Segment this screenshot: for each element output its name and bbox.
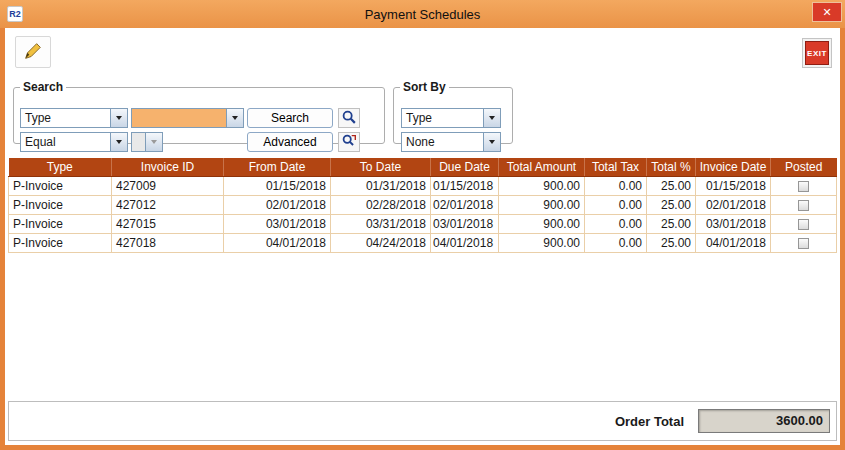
chevron-down-icon[interactable]: [110, 133, 127, 151]
magnifier-icon: [340, 108, 358, 129]
search-group-legend: Search: [20, 80, 66, 94]
cell-invoice-date: 01/15/2018: [696, 176, 771, 195]
cell-invoice-id: 427009: [112, 176, 224, 195]
advanced-lookup-button[interactable]: [338, 132, 360, 152]
search-operator-dropdown[interactable]: Equal: [20, 132, 128, 152]
cell-total-pct: 25.00: [647, 195, 696, 214]
column-header-total-pct[interactable]: Total %: [647, 158, 696, 176]
cell-total-tax: 0.00: [585, 233, 647, 252]
search-field-dropdown[interactable]: Type: [20, 108, 128, 128]
cell-total-amount: 900.00: [499, 176, 585, 195]
cell-type: P-Invoice: [9, 214, 112, 233]
column-header-type[interactable]: Type: [9, 158, 112, 176]
cell-invoice-date: 03/01/2018: [696, 214, 771, 233]
sort-secondary-value: None: [402, 133, 483, 151]
cell-from-date: 01/15/2018: [224, 176, 331, 195]
cell-posted: [771, 176, 837, 195]
table-header-row: Type Invoice ID From Date To Date Due Da…: [9, 158, 837, 176]
cell-from-date: 03/01/2018: [224, 214, 331, 233]
cell-total-tax: 0.00: [585, 195, 647, 214]
cell-due-date: 03/01/2018: [431, 214, 499, 233]
column-header-total-amount[interactable]: Total Amount: [499, 158, 585, 176]
search-lookup-button[interactable]: [338, 108, 360, 128]
exit-button-label: EXIT: [805, 41, 829, 65]
cell-from-date: 02/01/2018: [224, 195, 331, 214]
table-body: P-Invoice 427009 01/15/2018 01/31/2018 0…: [9, 176, 837, 252]
sort-by-group: Sort By Type None: [393, 80, 513, 144]
chevron-down-icon[interactable]: [226, 109, 243, 127]
chevron-down-icon: [145, 133, 162, 151]
posted-checkbox[interactable]: [798, 200, 809, 211]
cell-total-amount: 900.00: [499, 195, 585, 214]
cell-type: P-Invoice: [9, 195, 112, 214]
cell-invoice-id: 427018: [112, 233, 224, 252]
advanced-button[interactable]: Advanced: [247, 132, 333, 152]
sort-by-group-legend: Sort By: [400, 80, 449, 94]
column-header-invoice-id[interactable]: Invoice ID: [112, 158, 224, 176]
cell-posted: [771, 214, 837, 233]
cell-total-amount: 900.00: [499, 233, 585, 252]
column-header-from-date[interactable]: From Date: [224, 158, 331, 176]
search-field-value: Type: [21, 109, 110, 127]
cell-invoice-date: 04/01/2018: [696, 233, 771, 252]
window-title: Payment Schedules: [0, 7, 845, 22]
cell-invoice-id: 427015: [112, 214, 224, 233]
cell-due-date: 01/15/2018: [431, 176, 499, 195]
cell-total-pct: 25.00: [647, 214, 696, 233]
search-value-dropdown[interactable]: [131, 108, 244, 128]
cell-to-date: 02/28/2018: [331, 195, 431, 214]
cell-invoice-id: 427012: [112, 195, 224, 214]
search-group: Search Type Search: [13, 80, 385, 144]
table-row[interactable]: P-Invoice 427009 01/15/2018 01/31/2018 0…: [9, 176, 837, 195]
cell-to-date: 03/31/2018: [331, 214, 431, 233]
cell-due-date: 02/01/2018: [431, 195, 499, 214]
titlebar: R2 Payment Schedules ✕: [0, 0, 845, 28]
cell-total-tax: 0.00: [585, 176, 647, 195]
cell-type: P-Invoice: [9, 176, 112, 195]
cell-type: P-Invoice: [9, 233, 112, 252]
column-header-invoice-date[interactable]: Invoice Date: [696, 158, 771, 176]
payment-schedule-table: Type Invoice ID From Date To Date Due Da…: [8, 158, 837, 253]
footer-panel: Order Total 3600.00: [8, 401, 837, 441]
chevron-down-icon[interactable]: [483, 133, 500, 151]
posted-checkbox[interactable]: [798, 238, 809, 249]
edit-button[interactable]: [15, 36, 51, 68]
cell-total-amount: 900.00: [499, 214, 585, 233]
cell-posted: [771, 233, 837, 252]
cell-total-pct: 25.00: [647, 233, 696, 252]
posted-checkbox[interactable]: [798, 181, 809, 192]
cell-total-pct: 25.00: [647, 176, 696, 195]
chevron-down-icon[interactable]: [110, 109, 127, 127]
column-header-to-date[interactable]: To Date: [331, 158, 431, 176]
exit-button[interactable]: EXIT: [802, 38, 832, 68]
cell-due-date: 04/01/2018: [431, 233, 499, 252]
cell-to-date: 01/31/2018: [331, 176, 431, 195]
sort-secondary-dropdown[interactable]: None: [401, 132, 501, 152]
table-row[interactable]: P-Invoice 427018 04/01/2018 04/24/2018 0…: [9, 233, 837, 252]
sort-primary-dropdown[interactable]: Type: [401, 108, 501, 128]
search-button[interactable]: Search: [247, 108, 333, 128]
chevron-down-icon[interactable]: [483, 109, 500, 127]
table-row[interactable]: P-Invoice 427012 02/01/2018 02/28/2018 0…: [9, 195, 837, 214]
search-secondary-value-dropdown: [131, 132, 163, 152]
cell-invoice-date: 02/01/2018: [696, 195, 771, 214]
close-icon[interactable]: ✕: [812, 2, 842, 22]
column-header-due-date[interactable]: Due Date: [431, 158, 499, 176]
search-operator-value: Equal: [21, 133, 110, 151]
order-total-value: 3600.00: [698, 409, 830, 433]
client-area: EXIT Search Type Search: [5, 28, 840, 445]
cell-to-date: 04/24/2018: [331, 233, 431, 252]
table-row[interactable]: P-Invoice 427015 03/01/2018 03/31/2018 0…: [9, 214, 837, 233]
cell-posted: [771, 195, 837, 214]
posted-checkbox[interactable]: [798, 219, 809, 230]
pencil-icon: [22, 40, 44, 65]
sort-primary-value: Type: [402, 109, 483, 127]
column-header-posted[interactable]: Posted: [771, 158, 837, 176]
payment-schedules-window: R2 Payment Schedules ✕ EXIT Search: [0, 0, 845, 450]
cell-from-date: 04/01/2018: [224, 233, 331, 252]
cell-total-tax: 0.00: [585, 214, 647, 233]
magnifier-edit-icon: [340, 132, 358, 153]
column-header-total-tax[interactable]: Total Tax: [585, 158, 647, 176]
search-value-text: [132, 109, 226, 127]
toolbar: EXIT: [11, 32, 834, 76]
